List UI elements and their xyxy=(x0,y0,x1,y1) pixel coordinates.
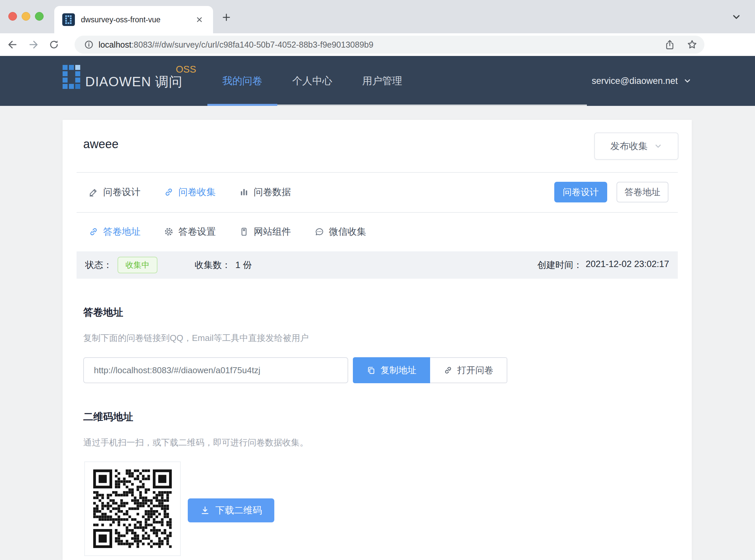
open-link-icon xyxy=(444,365,453,375)
bar-chart-icon xyxy=(239,187,249,197)
tab-survey-collect[interactable]: 问卷收集 xyxy=(164,186,216,198)
main-nav: 我的问卷 个人中心 用户管理 xyxy=(207,56,417,106)
open-survey-label: 打开问卷 xyxy=(457,364,493,376)
status-label: 状态： xyxy=(85,259,112,271)
copy-address-button[interactable]: 复制地址 xyxy=(353,357,430,383)
status-badge: 收集中 xyxy=(118,257,158,273)
window-close-button[interactable] xyxy=(8,12,17,21)
chevron-down-icon xyxy=(654,142,662,151)
share-icon[interactable] xyxy=(665,39,675,50)
tab-label: 问卷设计 xyxy=(103,186,141,198)
nav-item-my-surveys[interactable]: 我的问卷 xyxy=(207,56,277,106)
brand-name: DIAOWEN 调问 xyxy=(85,73,182,91)
subtab-site-widget[interactable]: 网站组件 xyxy=(239,225,291,238)
survey-card: aweee 发布收集 问卷设计 问卷收集 问卷数据 xyxy=(63,120,692,560)
chat-icon xyxy=(314,227,324,237)
answer-address-button[interactable]: 答卷地址 xyxy=(616,182,669,202)
created-label: 创建时间： xyxy=(537,259,582,271)
tab-label: 问卷收集 xyxy=(179,186,216,198)
bookmark-star-icon[interactable] xyxy=(687,39,698,50)
account-email: service@diaowen.net xyxy=(592,76,678,86)
subtab-label: 网站组件 xyxy=(254,225,291,238)
url-path: :8083/#/dw/survey/c/url/c98fa140-50b7-40… xyxy=(131,40,373,49)
survey-url-input[interactable] xyxy=(83,357,348,383)
tab-title: dwsurvey-oss-front-vue xyxy=(81,15,194,24)
header-actions: 问卷设计 答卷地址 xyxy=(554,182,669,202)
reload-icon[interactable] xyxy=(46,37,62,53)
qrcode-description: 通过手机扫一扫，或下载二维码，即可进行问卷数据收集。 xyxy=(83,437,308,448)
open-survey-button[interactable]: 打开问卷 xyxy=(430,357,507,383)
browser-tab-strip: dwsurvey-oss-front-vue xyxy=(0,0,755,33)
qr-code-box xyxy=(84,461,181,556)
pencil-icon xyxy=(88,187,99,197)
account-menu[interactable]: service@diaowen.net xyxy=(592,56,692,106)
subtab-label: 答卷设置 xyxy=(179,225,216,238)
app-header: DIAOWEN 调问 OSS 我的问卷 个人中心 用户管理 service@di… xyxy=(0,56,755,106)
link-icon xyxy=(88,227,99,237)
subtab-label: 微信收集 xyxy=(329,225,366,238)
chevron-down-icon xyxy=(683,77,692,85)
created-value: 2021-12-02 23:02:17 xyxy=(586,259,669,271)
status-bar: 状态： 收集中 收集数： 1 份 创建时间： 2021-12-02 23:02:… xyxy=(77,252,678,279)
count-value: 1 份 xyxy=(236,259,252,271)
url-host: localhost xyxy=(99,40,131,49)
count-label: 收集数： xyxy=(195,259,231,271)
publish-collect-dropdown[interactable]: 发布收集 xyxy=(594,133,678,160)
brand-badge-oss: OSS xyxy=(176,64,196,75)
page-background: aweee 发布收集 问卷设计 问卷收集 问卷数据 xyxy=(0,106,755,560)
survey-title: aweee xyxy=(83,137,119,151)
tab-survey-design[interactable]: 问卷设计 xyxy=(88,186,141,198)
favicon xyxy=(62,13,75,26)
subtab-label: 答卷地址 xyxy=(103,225,141,238)
download-qrcode-button[interactable]: 下载二维码 xyxy=(188,498,274,522)
tab-survey-data[interactable]: 问卷数据 xyxy=(239,186,291,198)
tab-search-chevron-icon[interactable] xyxy=(730,11,743,23)
link-icon xyxy=(164,187,174,197)
survey-design-button[interactable]: 问卷设计 xyxy=(554,182,607,202)
diaowen-logo xyxy=(63,65,79,89)
gear-icon xyxy=(164,227,174,237)
browser-toolbar: localhost:8083/#/dw/survey/c/url/c98fa14… xyxy=(0,33,755,56)
address-bar[interactable]: localhost:8083/#/dw/survey/c/url/c98fa14… xyxy=(75,36,705,54)
copy-icon xyxy=(367,365,376,375)
url-text: localhost:8083/#/dw/survey/c/url/c98fa14… xyxy=(99,40,658,49)
forward-icon[interactable] xyxy=(25,37,41,53)
copy-address-label: 复制地址 xyxy=(381,364,416,376)
answer-link-row: 复制地址 打开问卷 xyxy=(83,357,507,383)
subtab-wechat-collect[interactable]: 微信收集 xyxy=(314,225,366,238)
back-icon[interactable] xyxy=(5,37,21,53)
nav-item-user-management[interactable]: 用户管理 xyxy=(347,56,417,106)
survey-tabs: 问卷设计 问卷收集 问卷数据 xyxy=(88,172,291,212)
nav-item-personal-center[interactable]: 个人中心 xyxy=(277,56,347,106)
qrcode-heading: 二维码地址 xyxy=(83,410,133,424)
subtab-answer-settings[interactable]: 答卷设置 xyxy=(164,225,216,238)
download-icon xyxy=(200,505,210,515)
window-minimize-button[interactable] xyxy=(22,12,30,21)
tab-label: 问卷数据 xyxy=(254,186,291,198)
qr-code xyxy=(93,469,172,548)
site-info-icon[interactable] xyxy=(84,40,94,49)
answer-address-description: 复制下面的问卷链接到QQ，Email等工具中直接发给被用户 xyxy=(83,332,309,344)
answer-address-heading: 答卷地址 xyxy=(83,306,123,319)
subtab-answer-address[interactable]: 答卷地址 xyxy=(88,225,141,238)
browser-tab[interactable]: dwsurvey-oss-front-vue xyxy=(54,6,213,33)
window-zoom-button[interactable] xyxy=(35,12,44,21)
new-tab-button[interactable] xyxy=(219,10,234,25)
download-qrcode-label: 下载二维码 xyxy=(216,504,262,517)
tab-close-icon[interactable] xyxy=(194,14,205,25)
tag-icon xyxy=(239,227,249,237)
screen: dwsurvey-oss-front-vue localhost:8083/#/… xyxy=(0,0,755,560)
publish-collect-label: 发布收集 xyxy=(611,140,648,153)
collect-subtabs: 答卷地址 答卷设置 网站组件 微信收集 xyxy=(88,212,366,252)
